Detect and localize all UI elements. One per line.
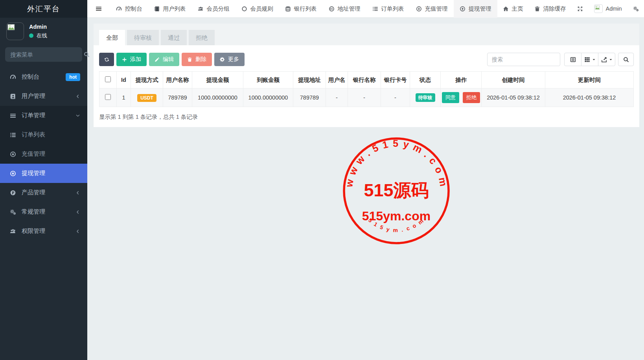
add-label: 添加 — [130, 56, 141, 63]
tab-approved[interactable]: 通过 — [161, 30, 187, 45]
users-icon — [9, 228, 17, 234]
sidebar-item-order-mgmt[interactable]: 订单管理 — [0, 106, 87, 125]
table-search-input[interactable] — [487, 53, 560, 66]
approve-button[interactable]: 同意 — [442, 92, 459, 103]
circle-arrow-down-icon — [9, 151, 17, 157]
tab-pending[interactable]: 待审核 — [127, 30, 159, 45]
sidebar-item-user-mgmt[interactable]: 用户管理 — [0, 87, 87, 106]
clear-cache-button[interactable]: 清除缓存 — [529, 0, 572, 18]
cell-created-at: 2026-01-05 09:38:12 — [482, 89, 545, 107]
navbar-avatar — [594, 4, 603, 13]
sidebar-item-general-mgmt[interactable]: 常规管理 — [0, 202, 87, 222]
select-all-checkbox[interactable] — [105, 76, 111, 82]
toolbar-right — [487, 53, 634, 66]
more-button[interactable]: 更多 — [214, 53, 245, 66]
sidebar-item-label: 产品管理 — [22, 189, 45, 196]
refresh-button[interactable] — [99, 53, 114, 66]
circle-icon — [241, 6, 247, 12]
product-icon — [9, 190, 17, 196]
nav-tab-withdraw-mgmt[interactable]: 提现管理 — [454, 0, 497, 18]
nav-tab-member-group[interactable]: 会员分组 — [192, 0, 236, 18]
export-button[interactable] — [598, 53, 615, 66]
sidebar-search-input[interactable] — [10, 52, 84, 58]
gear-icon — [220, 57, 225, 62]
chevron-left-icon — [75, 229, 80, 234]
gears-icon — [9, 209, 17, 215]
menu-toggle-button[interactable] — [87, 0, 110, 17]
nav-tab-member-rules[interactable]: 会员规则 — [236, 0, 279, 18]
add-button[interactable]: 添加 — [116, 53, 147, 66]
status-tabs: 全部 待审核 通过 拒绝 — [94, 24, 639, 45]
svg-text:w w w . 5 1 5 y m . c o m: w w w . 5 1 5 y m . c o m — [343, 138, 449, 188]
table-header-row: Id 提现方式 用户名称 提现金额 到账金额 提现地址 用户名 银行名称 银行卡… — [99, 72, 634, 89]
row-select-cell — [99, 89, 117, 107]
fullscreen-button[interactable] — [572, 0, 589, 18]
grid-columns-icon — [584, 57, 590, 63]
col-header-method: 提现方式 — [131, 72, 163, 89]
pencil-icon — [155, 57, 160, 62]
stamp-domain-text: 515ym.com — [362, 209, 431, 223]
sidebar-item-order-list[interactable]: 订单列表 — [0, 125, 87, 144]
cell-address: 789789 — [293, 89, 326, 107]
cell-actions: 同意 拒绝 — [441, 89, 482, 107]
list-icon — [372, 6, 378, 12]
col-header-actions: 操作 — [441, 72, 482, 89]
search-icon[interactable] — [84, 52, 90, 57]
sidebar-item-permission-mgmt[interactable]: 权限管理 — [0, 222, 87, 241]
nav-tab-order-list[interactable]: 订单列表 — [366, 0, 410, 18]
reject-button[interactable]: 拒绝 — [463, 92, 480, 103]
col-header-bank-card: 银行卡号 — [381, 72, 410, 89]
navbar-username: Admin — [606, 6, 622, 12]
sidebar: 外汇平台 Admin 在线 控制台 hot 用户管理 — [0, 0, 87, 360]
hamburger-icon — [96, 6, 102, 12]
nav-tab-user-list[interactable]: 用户列表 — [148, 0, 192, 18]
circle-arrow-up-icon — [9, 170, 17, 177]
nav-tab-label: 订单列表 — [381, 5, 404, 13]
sidebar-item-dashboard[interactable]: 控制台 hot — [0, 67, 87, 87]
search-submit-button[interactable] — [618, 53, 634, 66]
hot-badge: hot — [66, 73, 80, 81]
watermark-stamp: w w w . 5 1 5 y m . c o m 515源码 515ym.co… — [342, 137, 451, 245]
sidebar-item-label: 控制台 — [22, 73, 39, 81]
top-navbar: 控制台 用户列表 会员分组 会员规则 银行列表 地址管理 订单列表 充值管理 提… — [87, 0, 644, 18]
nav-tab-bank-list[interactable]: 银行列表 — [279, 0, 323, 18]
home-button[interactable]: 主页 — [497, 0, 529, 18]
broken-image-icon — [7, 24, 15, 31]
cell-arrival: 1000.00000000 — [243, 89, 293, 107]
more-label: 更多 — [228, 56, 239, 63]
list-icon — [9, 132, 17, 138]
address-book-icon — [9, 93, 17, 100]
database-icon — [285, 6, 291, 12]
sidebar-item-withdraw-mgmt[interactable]: 提现管理 — [0, 164, 87, 183]
caret-down-icon — [609, 58, 613, 61]
avatar[interactable] — [6, 22, 24, 40]
nav-tab-label: 银行列表 — [294, 5, 317, 13]
tab-all[interactable]: 全部 — [99, 30, 125, 45]
nav-tab-recharge-mgmt[interactable]: 充值管理 — [410, 0, 454, 18]
sidebar-item-recharge-mgmt[interactable]: 充值管理 — [0, 144, 87, 164]
sidebar-item-label: 订单管理 — [22, 112, 45, 119]
settings-button[interactable] — [627, 0, 644, 18]
circle-arrow-up-icon — [460, 6, 466, 12]
nav-tab-address-mgmt[interactable]: 地址管理 — [323, 0, 366, 18]
circle-arrow-down-icon — [416, 6, 422, 12]
delete-button[interactable]: 删除 — [182, 53, 212, 66]
tab-rejected[interactable]: 拒绝 — [189, 30, 215, 45]
svg-text:5 1 5 y m . c o m: 5 1 5 y m . c o m — [367, 217, 425, 233]
sidebar-item-label: 充值管理 — [22, 150, 45, 158]
user-menu[interactable]: Admin — [589, 0, 627, 18]
sidebar-menu: 控制台 hot 用户管理 订单管理 订单列表 充值管理 — [0, 67, 87, 241]
row-checkbox[interactable] — [105, 94, 111, 100]
sidebar-item-product-mgmt[interactable]: 产品管理 — [0, 183, 87, 202]
panel-body: 添加 编辑 删除 更多 — [94, 45, 639, 127]
columns-button[interactable] — [581, 53, 598, 66]
navbar-right: 主页 清除缓存 Admin — [497, 0, 644, 18]
home-label: 主页 — [512, 5, 523, 13]
edit-button[interactable]: 编辑 — [149, 53, 179, 66]
nav-tab-label: 用户列表 — [163, 5, 186, 13]
cell-amount: 1000.00000000 — [192, 89, 243, 107]
gauge-icon — [116, 6, 122, 12]
search-icon — [623, 57, 629, 63]
detail-view-button[interactable] — [564, 53, 581, 66]
nav-tab-dashboard[interactable]: 控制台 — [110, 0, 148, 18]
